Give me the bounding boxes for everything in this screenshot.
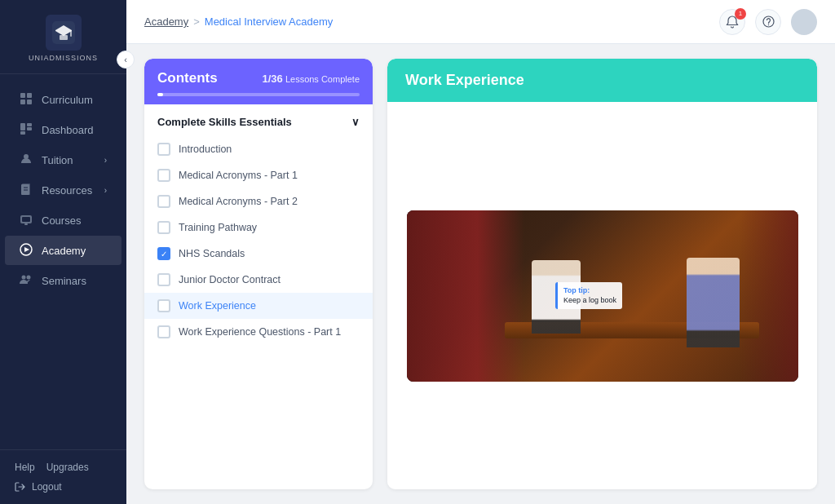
lesson-name-med-acro-2: Medical Acronyms - Part 2 bbox=[179, 196, 360, 207]
video-content: Top tip: Keep a log book bbox=[387, 102, 817, 489]
logo-icon bbox=[46, 15, 82, 51]
dashboard-label: Dashboard bbox=[42, 124, 94, 136]
lesson-name-junior: Junior Doctor Contract bbox=[179, 274, 360, 285]
grid-icon bbox=[20, 92, 34, 107]
header: Academy > Medical Interview Academy 1 bbox=[126, 0, 835, 44]
video-header: Work Experience bbox=[387, 59, 817, 102]
avatar[interactable] bbox=[791, 9, 817, 35]
group-title: Complete Skills Essentials bbox=[157, 116, 292, 128]
contents-panel: Contents 1/36 Lessons Complete Complete … bbox=[144, 59, 373, 489]
lesson-name-training: Training Pathway bbox=[179, 222, 360, 233]
content-area: Contents 1/36 Lessons Complete Complete … bbox=[126, 44, 835, 504]
svg-rect-5 bbox=[27, 93, 32, 98]
lesson-item-intro[interactable]: Introduction bbox=[144, 136, 373, 162]
logout-label: Logout bbox=[32, 481, 62, 493]
resources-icon bbox=[20, 183, 34, 197]
svg-rect-8 bbox=[20, 123, 25, 130]
lessons-complete: 1/36 Lessons Complete bbox=[263, 73, 360, 85]
progress-bar-background bbox=[157, 93, 360, 96]
academy-label: Academy bbox=[42, 245, 86, 257]
svg-rect-11 bbox=[20, 131, 25, 135]
svg-rect-3 bbox=[70, 30, 72, 37]
lesson-item-nhs[interactable]: ✓ NHS Scandals bbox=[144, 241, 373, 267]
tuition-label: Tuition bbox=[42, 154, 73, 166]
lesson-checkbox-training[interactable] bbox=[157, 221, 170, 234]
lesson-item-work-exp-q1[interactable]: Work Experience Questions - Part 1 bbox=[144, 319, 373, 345]
upgrades-link[interactable]: Upgrades bbox=[46, 462, 89, 473]
sidebar-nav: Curriculum Dashboard Tuition › bbox=[0, 74, 126, 449]
courses-icon bbox=[20, 213, 34, 228]
lesson-list: Complete Skills Essentials ∨ Introductio… bbox=[144, 104, 373, 489]
lessons-complete-label: Lessons Complete bbox=[285, 74, 360, 84]
svg-rect-19 bbox=[24, 223, 28, 225]
breadcrumb-current: Medical Interview Academy bbox=[205, 15, 334, 28]
courses-label: Courses bbox=[42, 214, 81, 227]
lesson-checkbox-work-exp-q1[interactable] bbox=[157, 325, 170, 338]
main-content: Academy > Medical Interview Academy 1 bbox=[126, 0, 835, 504]
lesson-name-work-exp: Work Experience bbox=[179, 300, 360, 312]
sidebar-item-curriculum[interactable]: Curriculum bbox=[5, 85, 121, 114]
lesson-item-work-exp[interactable]: Work Experience bbox=[144, 293, 373, 319]
lesson-checkbox-work-exp[interactable] bbox=[157, 299, 170, 312]
sidebar-item-seminars[interactable]: Seminars bbox=[5, 266, 121, 295]
tuition-chevron: › bbox=[104, 156, 107, 165]
lesson-item-junior[interactable]: Junior Doctor Contract bbox=[144, 267, 373, 293]
svg-rect-18 bbox=[22, 217, 30, 222]
video-panel: Work Experience Top tip: Keep a log book bbox=[387, 59, 817, 489]
lesson-name-med-acro-1: Medical Acronyms - Part 1 bbox=[179, 170, 360, 181]
seminars-icon bbox=[20, 273, 34, 288]
svg-rect-7 bbox=[27, 99, 32, 104]
help-link[interactable]: Help bbox=[15, 462, 35, 473]
sidebar-item-academy[interactable]: Academy bbox=[5, 236, 121, 265]
video-player[interactable]: Top tip: Keep a log book bbox=[407, 210, 798, 382]
svg-rect-10 bbox=[27, 123, 32, 126]
logo-text: UNIADMISSIONS bbox=[29, 54, 98, 62]
breadcrumb-separator: > bbox=[193, 15, 200, 28]
notifications-button[interactable]: 1 bbox=[719, 9, 745, 35]
svg-point-22 bbox=[22, 276, 26, 280]
lesson-checkbox-intro[interactable] bbox=[157, 143, 170, 156]
video-tip-title: Top tip: bbox=[563, 285, 616, 296]
lesson-item-training[interactable]: Training Pathway bbox=[144, 214, 373, 241]
sidebar: UNIADMISSIONS Curriculum Dashboard bbox=[0, 0, 126, 504]
logout-icon bbox=[15, 481, 26, 493]
lesson-item-med-acro-2[interactable]: Medical Acronyms - Part 2 bbox=[144, 188, 373, 214]
tuition-icon bbox=[20, 153, 34, 167]
sidebar-item-resources[interactable]: Resources › bbox=[5, 175, 121, 205]
progress-bar-fill bbox=[157, 93, 163, 96]
video-curtain-left bbox=[407, 210, 524, 382]
lesson-checkbox-med-acro-2[interactable] bbox=[157, 195, 170, 208]
lesson-item-med-acro-1[interactable]: Medical Acronyms - Part 1 bbox=[144, 162, 373, 188]
sidebar-item-tuition[interactable]: Tuition › bbox=[5, 145, 121, 175]
sidebar-item-courses[interactable]: Courses bbox=[5, 206, 121, 235]
lesson-name-intro: Introduction bbox=[179, 144, 360, 155]
question-icon bbox=[762, 15, 775, 28]
video-curtain-right bbox=[740, 210, 798, 382]
svg-marker-21 bbox=[24, 247, 29, 252]
sidebar-item-dashboard[interactable]: Dashboard bbox=[5, 115, 121, 144]
breadcrumb-home[interactable]: Academy bbox=[144, 15, 188, 28]
sidebar-footer: Help Upgrades Logout bbox=[0, 449, 126, 504]
contents-title: Contents bbox=[157, 70, 218, 86]
header-actions: 1 bbox=[719, 9, 817, 35]
seminars-label: Seminars bbox=[42, 275, 86, 287]
notification-badge: 1 bbox=[735, 8, 746, 20]
lesson-group-header: Complete Skills Essentials ∨ bbox=[144, 104, 373, 136]
lesson-name-work-exp-q1: Work Experience Questions - Part 1 bbox=[179, 326, 360, 338]
help-button[interactable] bbox=[755, 9, 781, 35]
logo: UNIADMISSIONS bbox=[0, 0, 126, 74]
video-tip: Top tip: Keep a log book bbox=[555, 282, 622, 309]
video-tip-text: Keep a log book bbox=[563, 295, 616, 306]
group-chevron: ∨ bbox=[351, 116, 360, 128]
lesson-checkbox-junior[interactable] bbox=[157, 273, 170, 286]
dashboard-icon bbox=[20, 122, 34, 137]
svg-rect-9 bbox=[27, 127, 32, 130]
contents-header: Contents 1/36 Lessons Complete bbox=[144, 59, 373, 104]
svg-point-23 bbox=[27, 276, 31, 280]
svg-rect-6 bbox=[20, 99, 25, 104]
progress-fraction: 1/36 bbox=[263, 73, 283, 85]
lesson-checkbox-nhs[interactable]: ✓ bbox=[157, 247, 170, 260]
logout-item[interactable]: Logout bbox=[15, 481, 112, 493]
breadcrumb: Academy > Medical Interview Academy bbox=[144, 15, 333, 28]
lesson-checkbox-med-acro-1[interactable] bbox=[157, 169, 170, 182]
